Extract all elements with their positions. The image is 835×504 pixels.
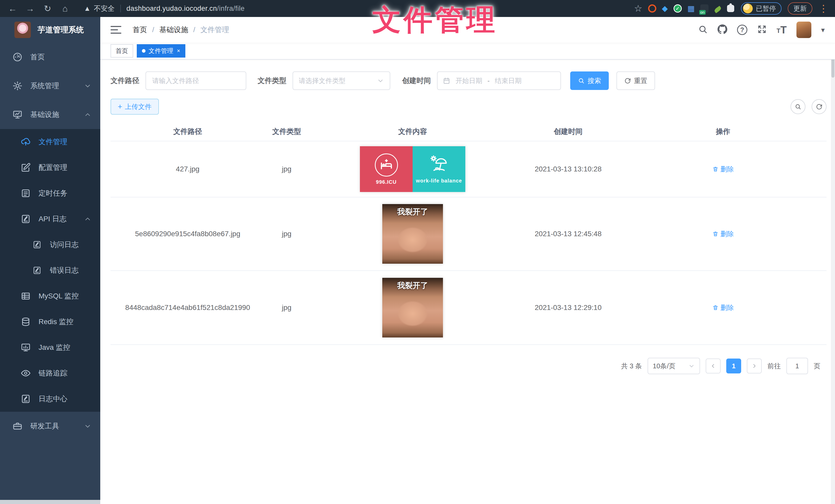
bookmark-star-icon[interactable]: ☆ bbox=[634, 3, 642, 14]
sidebar-item-访问日志[interactable]: 访问日志 bbox=[0, 232, 100, 257]
sidebar-item-label: MySQL 监控 bbox=[39, 291, 79, 301]
file-path-input[interactable] bbox=[145, 71, 246, 90]
tag-close-icon[interactable]: × bbox=[177, 47, 180, 54]
sidebar-header[interactable]: 芋道管理系统 bbox=[0, 17, 100, 43]
file-preview-996-banner[interactable]: 996.ICUwork-life balance bbox=[360, 146, 465, 192]
table-row: 5e8609290e915c4fa8b08e67.jpgjpg我裂开了2021-… bbox=[110, 197, 827, 271]
chevron-down-icon bbox=[377, 77, 384, 84]
extensions-row: ◆ ✓ ▦ bbox=[648, 4, 734, 13]
extensions-puzzle-icon[interactable] bbox=[727, 5, 734, 12]
tag-file-management[interactable]: 文件管理 × bbox=[137, 44, 185, 58]
log-icon bbox=[20, 213, 32, 225]
refresh-table-button[interactable] bbox=[812, 99, 827, 114]
goto-page-input[interactable] bbox=[787, 358, 808, 374]
banner-right-panel: work-life balance bbox=[413, 146, 465, 192]
reset-button[interactable]: 重置 bbox=[616, 71, 655, 90]
extension-vpn-on-icon[interactable] bbox=[700, 4, 709, 13]
search-button[interactable]: 搜索 bbox=[570, 71, 609, 90]
sidebar-item-Redis 监控[interactable]: Redis 监控 bbox=[0, 309, 100, 335]
github-icon[interactable] bbox=[717, 24, 727, 35]
delete-button[interactable]: 删除 bbox=[712, 230, 734, 238]
delete-button[interactable]: 删除 bbox=[712, 165, 734, 174]
table-row: 427.jpgjpg996.ICUwork-life balance2021-0… bbox=[110, 141, 827, 197]
top-navbar: 首页 / 基础设施 / 文件管理 ? bbox=[100, 17, 835, 43]
sidebar-item-MySQL 监控[interactable]: MySQL 监控 bbox=[0, 283, 100, 309]
table-toolbar: + 上传文件 bbox=[110, 99, 827, 114]
cell-file-type: jpg bbox=[265, 165, 308, 173]
current-page-button[interactable]: 1 bbox=[726, 359, 741, 374]
file-preview-baby-meme[interactable]: 我裂开了 bbox=[382, 204, 443, 264]
sidebar-toggle-hamburger-icon[interactable] bbox=[110, 26, 121, 34]
sidebar-item-基础设施[interactable]: 基础设施 bbox=[0, 100, 100, 129]
upload-file-button[interactable]: + 上传文件 bbox=[110, 99, 159, 114]
dashboard-icon bbox=[12, 51, 23, 63]
breadcrumb-infra[interactable]: 基础设施 bbox=[159, 25, 188, 35]
search-icon[interactable] bbox=[698, 24, 708, 35]
table-body: 427.jpgjpg996.ICUwork-life balance2021-0… bbox=[110, 141, 827, 345]
trash-icon bbox=[712, 231, 718, 237]
sidebar-item-label: 研发工具 bbox=[30, 421, 59, 431]
fullscreen-icon[interactable] bbox=[757, 24, 767, 35]
sidebar-item-日志中心[interactable]: 日志中心 bbox=[0, 386, 100, 412]
browser-reload-icon[interactable]: ↻ bbox=[40, 0, 56, 17]
extension-ubuntu-icon[interactable] bbox=[648, 4, 656, 13]
cell-file-type: jpg bbox=[265, 230, 308, 238]
breadcrumb-home[interactable]: 首页 bbox=[133, 25, 147, 35]
sidebar-item-错误日志[interactable]: 错误日志 bbox=[0, 257, 100, 283]
address-bar[interactable]: dashboard.yudao.iocoder.cn/infra/file bbox=[126, 5, 245, 13]
file-preview-baby-meme[interactable]: 我裂开了 bbox=[382, 278, 443, 337]
next-page-button[interactable] bbox=[747, 359, 762, 374]
extension-gem-icon[interactable]: ◆ bbox=[662, 4, 668, 13]
tag-home[interactable]: 首页 bbox=[110, 44, 133, 58]
date-range-picker[interactable]: 开始日期 - 结束日期 bbox=[437, 71, 561, 90]
log-icon bbox=[32, 239, 43, 250]
browser-forward-icon[interactable]: → bbox=[22, 0, 38, 17]
browser-back-icon[interactable]: ← bbox=[5, 0, 21, 17]
sidebar-item-定时任务[interactable]: 定时任务 bbox=[0, 181, 100, 206]
profile-paused-pill[interactable]: 已暂停 bbox=[741, 2, 781, 15]
toggle-search-button[interactable] bbox=[791, 99, 806, 114]
file-type-select[interactable]: 请选择文件类型 bbox=[292, 71, 390, 90]
user-menu-caret-icon[interactable]: ▾ bbox=[821, 26, 825, 34]
banner-right-text: work-life balance bbox=[416, 178, 462, 184]
browser-home-icon[interactable]: ⌂ bbox=[57, 0, 73, 17]
prev-page-button[interactable] bbox=[706, 359, 720, 374]
created-time-label: 创建时间 bbox=[402, 76, 431, 86]
extension-leaf-icon[interactable] bbox=[714, 6, 722, 13]
log-icon bbox=[32, 265, 43, 276]
delete-button[interactable]: 删除 bbox=[712, 303, 734, 312]
screen: ← → ↻ ⌂ ▲ 不安全 dashboard.yudao.iocoder.cn… bbox=[0, 0, 835, 504]
font-size-icon[interactable]: TT bbox=[777, 24, 787, 36]
sidebar-item-首页[interactable]: 首页 bbox=[0, 43, 100, 71]
browser-menu-kebab-icon[interactable]: ⋮ bbox=[816, 0, 830, 17]
extension-check-icon[interactable]: ✓ bbox=[674, 4, 682, 13]
cell-created-time: 2021-03-13 12:45:48 bbox=[517, 230, 619, 238]
extension-grid-icon[interactable]: ▦ bbox=[688, 4, 695, 13]
table-row: 8448cada8c714e4ab61f521c8da21990jpg我裂开了2… bbox=[110, 271, 827, 345]
help-icon[interactable]: ? bbox=[737, 25, 747, 35]
tag-label: 首页 bbox=[116, 47, 128, 55]
user-avatar[interactable] bbox=[796, 22, 811, 38]
vertical-scrollbar[interactable] bbox=[831, 17, 835, 504]
sidebar-item-Java 监控[interactable]: Java 监控 bbox=[0, 335, 100, 360]
search-button-label: 搜索 bbox=[588, 76, 601, 85]
page-content: 文件路径 文件类型 请选择文件类型 创建时间 开始日期 bbox=[100, 60, 835, 374]
horizontal-scrollbar[interactable] bbox=[0, 500, 100, 504]
sidebar-item-API 日志[interactable]: API 日志 bbox=[0, 206, 100, 232]
chevron-up-icon bbox=[84, 215, 91, 223]
update-label: 更新 bbox=[793, 4, 807, 13]
sidebar-item-系统管理[interactable]: 系统管理 bbox=[0, 71, 100, 100]
chevron-up-icon bbox=[84, 111, 91, 119]
sidebar-item-文件管理[interactable]: 文件管理 bbox=[0, 129, 100, 155]
log-center-icon bbox=[20, 393, 32, 404]
page-size-select[interactable]: 10条/页 bbox=[648, 358, 700, 374]
banner-left-panel: 996.ICU bbox=[360, 146, 413, 192]
sidebar-item-链路追踪[interactable]: 链路追踪 bbox=[0, 360, 100, 386]
sidebar-item-配置管理[interactable]: 配置管理 bbox=[0, 155, 100, 181]
infra-icon bbox=[12, 109, 23, 120]
sidebar-item-label: 日志中心 bbox=[39, 394, 67, 404]
browser-update-button[interactable]: 更新 bbox=[788, 2, 812, 15]
sidebar-item-研发工具[interactable]: 研发工具 bbox=[0, 412, 100, 441]
url-domain: dashboard.yudao.iocoder.cn bbox=[126, 5, 217, 12]
site-security-chip[interactable]: ▲ 不安全 bbox=[84, 4, 115, 13]
